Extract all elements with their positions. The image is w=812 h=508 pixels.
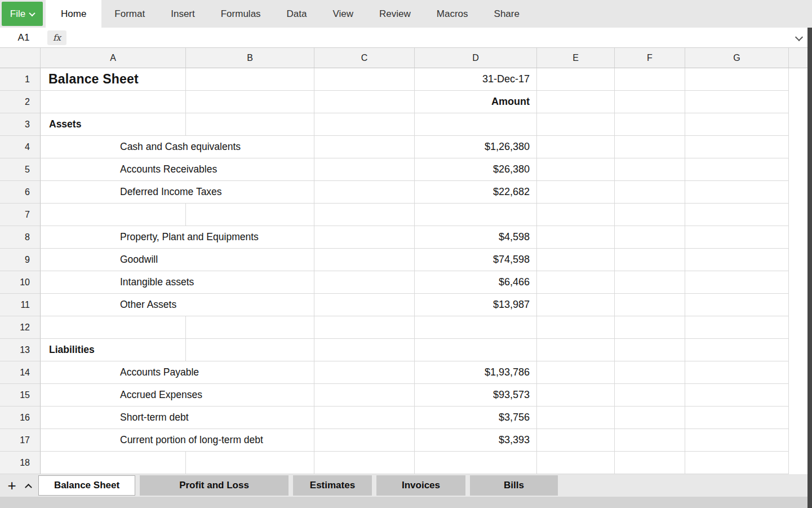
cell-E9[interactable] (537, 249, 615, 271)
cell-C3[interactable] (314, 113, 415, 136)
cell-C16[interactable] (314, 407, 415, 429)
row-header-1[interactable]: 1 (0, 68, 41, 91)
sheet-tab-balance-sheet[interactable]: Balance Sheet (38, 475, 135, 496)
cell-F18[interactable] (615, 452, 685, 474)
row-header-8[interactable]: 8 (0, 226, 41, 249)
cell-F10[interactable] (615, 271, 685, 294)
cell-G4[interactable] (685, 136, 789, 158)
column-header-E[interactable]: E (537, 48, 615, 68)
cell-F14[interactable] (615, 361, 685, 384)
row-header-16[interactable]: 16 (0, 407, 41, 429)
row-header-12[interactable]: 12 (0, 316, 41, 339)
cell-D5[interactable]: $26,380 (415, 158, 537, 181)
cell-D1[interactable]: 31-Dec-17 (415, 68, 537, 91)
sheet-list-button[interactable] (20, 474, 36, 497)
cell-A8[interactable]: Property, Plant and Equipments (41, 226, 314, 249)
sheet-tab-profit-and-loss[interactable]: Profit and Loss (140, 475, 289, 496)
cell-A1[interactable]: Balance Sheet (41, 68, 186, 91)
cell-E16[interactable] (537, 407, 615, 429)
menu-item-share[interactable]: Share (481, 0, 533, 28)
cell-G9[interactable] (685, 249, 789, 271)
cell-E15[interactable] (537, 384, 615, 407)
cell-C10[interactable] (314, 271, 415, 294)
cell-E12[interactable] (537, 316, 615, 339)
cell-D16[interactable]: $3,756 (415, 407, 537, 429)
cell-G5[interactable] (685, 158, 789, 181)
cell-D12[interactable] (415, 316, 537, 339)
row-header-3[interactable]: 3 (0, 113, 41, 136)
cell-A16[interactable]: Short-term debt (41, 407, 314, 429)
cell-B1[interactable] (186, 68, 314, 91)
row-header-7[interactable]: 7 (0, 204, 41, 226)
cell-C18[interactable] (314, 452, 415, 474)
cell-A7[interactable] (41, 204, 186, 226)
menu-item-format[interactable]: Format (101, 0, 158, 28)
column-header-B[interactable]: B (186, 48, 314, 68)
cell-B13[interactable] (186, 339, 314, 361)
cell-E6[interactable] (537, 181, 615, 204)
row-header-15[interactable]: 15 (0, 384, 41, 407)
cell-F13[interactable] (615, 339, 685, 361)
cell-E3[interactable] (537, 113, 615, 136)
cell-F4[interactable] (615, 136, 685, 158)
fx-icon[interactable]: fx (47, 30, 66, 45)
cell-B7[interactable] (186, 204, 314, 226)
horizontal-scrollbar-track[interactable] (0, 497, 807, 508)
cell-G6[interactable] (685, 181, 789, 204)
menu-item-insert[interactable]: Insert (158, 0, 208, 28)
cell-E13[interactable] (537, 339, 615, 361)
cell-C9[interactable] (314, 249, 415, 271)
column-header-F[interactable]: F (615, 48, 685, 68)
menu-item-review[interactable]: Review (366, 0, 424, 28)
cell-F15[interactable] (615, 384, 685, 407)
cell-G7[interactable] (685, 204, 789, 226)
cell-A13[interactable]: Liabilities (41, 339, 186, 361)
cell-A18[interactable] (41, 452, 186, 474)
menu-item-home[interactable]: Home (46, 0, 101, 28)
cell-C11[interactable] (314, 294, 415, 316)
cell-B2[interactable] (186, 91, 314, 113)
cell-C12[interactable] (314, 316, 415, 339)
cell-E18[interactable] (537, 452, 615, 474)
cell-D17[interactable]: $3,393 (415, 429, 537, 452)
cell-E11[interactable] (537, 294, 615, 316)
cell-C13[interactable] (314, 339, 415, 361)
cell-D2[interactable]: Amount (415, 91, 537, 113)
cell-F3[interactable] (615, 113, 685, 136)
cell-F11[interactable] (615, 294, 685, 316)
cell-E7[interactable] (537, 204, 615, 226)
row-header-14[interactable]: 14 (0, 361, 41, 384)
cell-A14[interactable]: Accounts Payable (41, 361, 314, 384)
select-all-corner[interactable] (0, 48, 41, 68)
cell-E1[interactable] (537, 68, 615, 91)
cell-A10[interactable]: Intangible assets (41, 271, 314, 294)
cell-F16[interactable] (615, 407, 685, 429)
cell-F12[interactable] (615, 316, 685, 339)
cell-G17[interactable] (685, 429, 789, 452)
column-header-A[interactable]: A (41, 48, 186, 68)
cell-F6[interactable] (615, 181, 685, 204)
cell-B3[interactable] (186, 113, 314, 136)
vertical-scrollbar[interactable] (807, 28, 812, 508)
formula-input[interactable] (73, 28, 785, 47)
cell-D6[interactable]: $22,682 (415, 181, 537, 204)
cell-D15[interactable]: $93,573 (415, 384, 537, 407)
cell-C1[interactable] (314, 68, 415, 91)
cell-C14[interactable] (314, 361, 415, 384)
row-header-9[interactable]: 9 (0, 249, 41, 271)
cell-A15[interactable]: Accrued Expenses (41, 384, 314, 407)
cell-G16[interactable] (685, 407, 789, 429)
add-sheet-button[interactable]: + (3, 475, 20, 496)
cell-D18[interactable] (415, 452, 537, 474)
cell-G8[interactable] (685, 226, 789, 249)
cell-A12[interactable] (41, 316, 186, 339)
cell-reference-box[interactable]: A1 (0, 32, 47, 43)
cell-F1[interactable] (615, 68, 685, 91)
cell-E8[interactable] (537, 226, 615, 249)
cell-C4[interactable] (314, 136, 415, 158)
cell-A4[interactable]: Cash and Cash equivalents (41, 136, 314, 158)
menu-item-view[interactable]: View (320, 0, 367, 28)
cell-E2[interactable] (537, 91, 615, 113)
cell-A3[interactable]: Assets (41, 113, 186, 136)
row-header-6[interactable]: 6 (0, 181, 41, 204)
